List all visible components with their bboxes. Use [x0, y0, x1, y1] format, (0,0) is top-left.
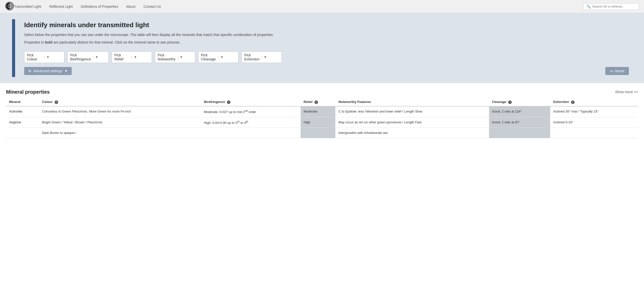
cleavage-dropdown-arrow: ▼ [218, 55, 236, 59]
relief-dropdown-arrow: ▼ [132, 55, 149, 59]
hero-description2: Properties in bold are particularly dist… [24, 40, 351, 45]
search-box[interactable]: 🔍 [584, 3, 639, 10]
hero-section: Identify minerals under transmitted ligh… [0, 13, 644, 83]
logo[interactable] [5, 2, 14, 11]
extinction-dropdown[interactable]: Pick Extinction ▼ [242, 51, 282, 63]
extinction-dropdown-label: Pick Extinction [244, 53, 260, 61]
birefringence-info-icon[interactable]: i [227, 100, 230, 104]
advanced-settings-button[interactable]: ⚙ Advanced settings ▼ [24, 67, 72, 75]
cell-cleavage-aegirine: Good. 2 sets at 87° [489, 117, 550, 128]
hero-accent-bar [12, 19, 15, 77]
cell-noteworthy-aegirine: May occur as rim on other green pyroxene… [335, 117, 489, 128]
col-cleavage: Cleavage i [489, 98, 550, 106]
mineral-name-aegirine[interactable]: Aegirine [6, 117, 39, 128]
col-relief: Relief i [301, 98, 335, 106]
buttons-row: ⚙ Advanced settings ▼ «« Reset [24, 67, 629, 75]
cell-colour-aegirine: Bright Green / Yellow / Brown / Pleochro… [39, 117, 201, 128]
cleavage-info-icon[interactable]: i [508, 100, 512, 104]
cell-birefringence-aegirine: High. 0.04-0.06 up to 3rd or 4th [201, 117, 301, 128]
table-row: Dark Brown to opaque / Intergrowths with… [6, 128, 638, 138]
birefringence-dropdown[interactable]: Pick Birefringence ▼ [67, 51, 109, 63]
table-section: Mineral properties Show more >> Mineral … [0, 83, 644, 138]
col-noteworthy: Noteworthy Features [335, 98, 489, 106]
colour-dropdown-arrow: ▼ [44, 55, 62, 59]
reset-label: Reset [615, 69, 624, 73]
table-header-row: Mineral properties Show more >> [6, 89, 638, 95]
table-row: Actinolite Colourless to Green Pleochroi… [6, 106, 638, 117]
cell-colour-partial: Dark Brown to opaque / [39, 128, 201, 138]
cell-birefringence-partial [201, 128, 301, 138]
relief-dropdown[interactable]: Pick Relief ▼ [112, 51, 152, 63]
nav-link-definitions[interactable]: Definitions of Properties [81, 5, 118, 9]
nav-link-reflected[interactable]: Reflected Light [49, 5, 73, 9]
search-input[interactable] [592, 5, 636, 8]
col-birefringence: Birefringence i [201, 98, 301, 106]
reset-button[interactable]: «« Reset [605, 67, 629, 75]
cell-colour-actinolite: Colourless to Green Pleochroic. More Gre… [39, 106, 201, 117]
cleavage-dropdown-label: Pick Cleavage [201, 53, 216, 61]
show-more-link[interactable]: Show more >> [615, 90, 638, 94]
cell-cleavage-partial [489, 128, 550, 138]
cell-relief-partial [301, 128, 335, 138]
cleavage-dropdown[interactable]: Pick Cleavage ▼ [198, 51, 238, 63]
bold-indicator: bold [45, 40, 52, 44]
colour-dropdown-label: Pick Colour [27, 53, 42, 61]
cell-extinction-partial [550, 128, 638, 138]
reset-arrow-icon: «« [610, 69, 614, 73]
cell-extinction-aegirine: Inclined 0-10° [550, 117, 638, 128]
colour-info-icon[interactable]: i [55, 100, 58, 104]
table-header-row-cols: Mineral Colour i Birefringence i Relief … [6, 98, 638, 106]
table-section-title: Mineral properties [6, 89, 50, 95]
table-row: Aegirine Bright Green / Yellow / Brown /… [6, 117, 638, 128]
cell-noteworthy-actinolite: C to Epidote: less Yellowish and lower r… [335, 106, 489, 117]
navbar: Transmitted Light Reflected Light Defini… [0, 0, 644, 13]
nav-links: Transmitted Light Reflected Light Defini… [14, 5, 584, 9]
relief-info-icon[interactable]: i [314, 100, 318, 104]
col-mineral: Mineral [6, 98, 39, 106]
colour-dropdown[interactable]: Pick Colour ▼ [24, 51, 64, 63]
advanced-settings-label: Advanced settings [33, 69, 62, 73]
nav-link-about[interactable]: About [126, 5, 136, 9]
gear-icon: ⚙ [28, 69, 31, 73]
mineral-name-partial [6, 128, 39, 138]
search-icon: 🔍 [586, 5, 591, 9]
cell-cleavage-actinolite: Good. 2 sets at 124° [489, 106, 550, 117]
cell-noteworthy-partial: Intergrowths with Arfvedsonite are [335, 128, 489, 138]
advanced-chevron-icon: ▼ [64, 69, 68, 73]
nav-link-transmitted[interactable]: Transmitted Light [14, 5, 41, 9]
nav-link-contact[interactable]: Contact Us [143, 5, 161, 9]
cell-relief-aegirine: High [301, 117, 335, 128]
extinction-info-icon[interactable]: i [571, 100, 575, 104]
cell-relief-actinolite: Moderate [301, 106, 335, 117]
cell-extinction-actinolite: Inclined 30° max / Typically 15° [550, 106, 638, 117]
hero-content: Identify minerals under transmitted ligh… [24, 21, 629, 75]
noteworthy-dropdown-arrow: ▼ [178, 55, 192, 59]
cell-birefringence-actinolite: Moderate. 0.027 up to mid 2nd order [201, 106, 301, 117]
dropdowns-row: Pick Colour ▼ Pick Birefringence ▼ Pick … [24, 51, 629, 63]
noteworthy-dropdown-label: Pick Noteworthy [158, 53, 176, 61]
birefringence-dropdown-label: Pick Birefringence [70, 53, 91, 61]
hero-title: Identify minerals under transmitted ligh… [24, 21, 629, 29]
relief-dropdown-label: Pick Relief [114, 53, 130, 61]
minerals-table: Mineral Colour i Birefringence i Relief … [6, 98, 638, 138]
col-colour: Colour i [39, 98, 201, 106]
extinction-dropdown-arrow: ▼ [261, 55, 279, 59]
birefringence-dropdown-arrow: ▼ [93, 55, 106, 59]
noteworthy-dropdown[interactable]: Pick Noteworthy ▼ [155, 51, 195, 63]
hero-description: Select below the properties that you can… [24, 32, 351, 38]
col-extinction: Extinction i [550, 98, 638, 106]
mineral-name-actinolite[interactable]: Actinolite [6, 106, 39, 117]
